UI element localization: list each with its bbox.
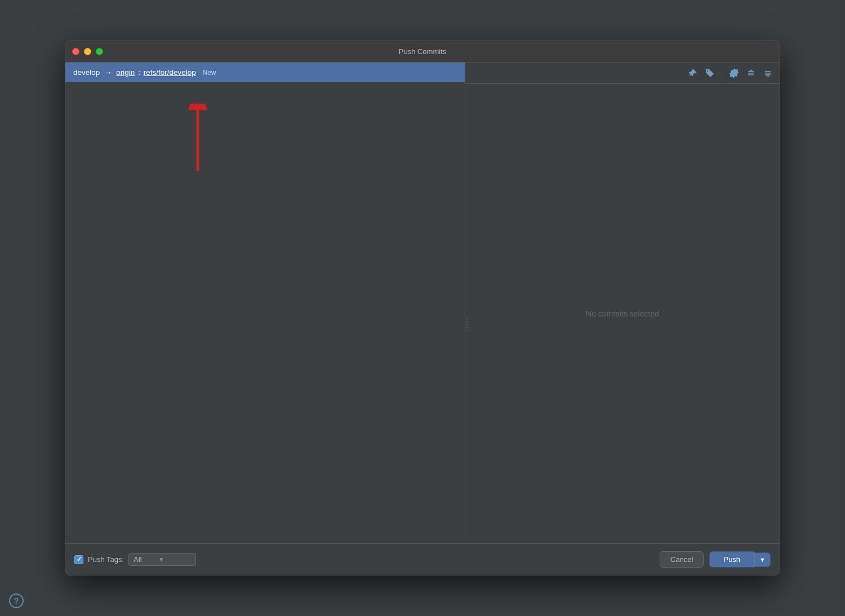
button-area: Cancel Push ▼ <box>660 551 771 568</box>
traffic-lights <box>72 48 103 55</box>
push-dropdown-button[interactable]: ▼ <box>754 552 771 567</box>
collapse-icon[interactable] <box>745 67 757 79</box>
divider-dot <box>466 324 468 325</box>
new-badge: New <box>202 69 216 77</box>
push-tags-checkbox[interactable]: ✓ <box>74 555 83 564</box>
cancel-button[interactable]: Cancel <box>660 551 704 568</box>
main-content: develop → origin : refs/for/develop New <box>65 63 780 575</box>
push-tags-area: ✓ Push Tags: All ▼ <box>74 553 196 566</box>
chevron-down-icon: ▼ <box>159 556 164 563</box>
commit-list <box>65 82 465 543</box>
bottom-bar: ✓ Push Tags: All ▼ ? Cancel Push ▼ <box>65 543 780 575</box>
colon-separator: : <box>138 68 140 77</box>
branch-info: develop → origin : refs/for/develop New <box>73 68 216 77</box>
top-area: develop → origin : refs/for/develop New <box>65 63 780 543</box>
tags-dropdown[interactable]: All ▼ <box>128 553 196 566</box>
push-dropdown-arrow-icon: ▼ <box>759 556 766 563</box>
close-button[interactable] <box>72 48 79 55</box>
arrow-symbol: → <box>104 68 112 77</box>
left-panel: develop → origin : refs/for/develop New <box>65 63 465 543</box>
checkmark-icon: ✓ <box>77 556 82 563</box>
gear-icon[interactable] <box>728 67 740 79</box>
divider-dot <box>466 318 468 319</box>
pin-icon[interactable] <box>687 67 699 79</box>
expand-icon[interactable] <box>762 67 774 79</box>
local-branch: develop <box>73 68 100 77</box>
remote-branch[interactable]: refs/for/develop <box>144 68 196 77</box>
right-toolbar <box>465 63 780 84</box>
push-button[interactable]: Push <box>709 551 754 568</box>
dropdown-value: All <box>134 555 141 564</box>
annotation-arrow <box>175 104 220 177</box>
title-bar: Push Commits <box>65 41 780 63</box>
right-panel: No commits selected <box>465 63 780 543</box>
remote-name[interactable]: origin <box>116 68 135 77</box>
maximize-button[interactable] <box>96 48 103 55</box>
tag-icon[interactable] <box>704 67 716 79</box>
divider-dot <box>466 329 468 331</box>
branch-row[interactable]: develop → origin : refs/for/develop New <box>65 63 465 82</box>
divider-dot <box>466 321 468 322</box>
minimize-button[interactable] <box>84 48 91 55</box>
divider-dot <box>466 327 468 328</box>
window-title: Push Commits <box>399 47 447 56</box>
toolbar-separator <box>722 68 722 78</box>
no-commits-text: No commits selected <box>586 309 659 318</box>
no-commits-area: No commits selected <box>465 84 780 543</box>
push-tags-label: Push Tags: <box>88 555 124 564</box>
push-commits-window: Push Commits develop → origin : refs/for… <box>65 41 780 575</box>
panel-divider[interactable] <box>465 84 469 543</box>
